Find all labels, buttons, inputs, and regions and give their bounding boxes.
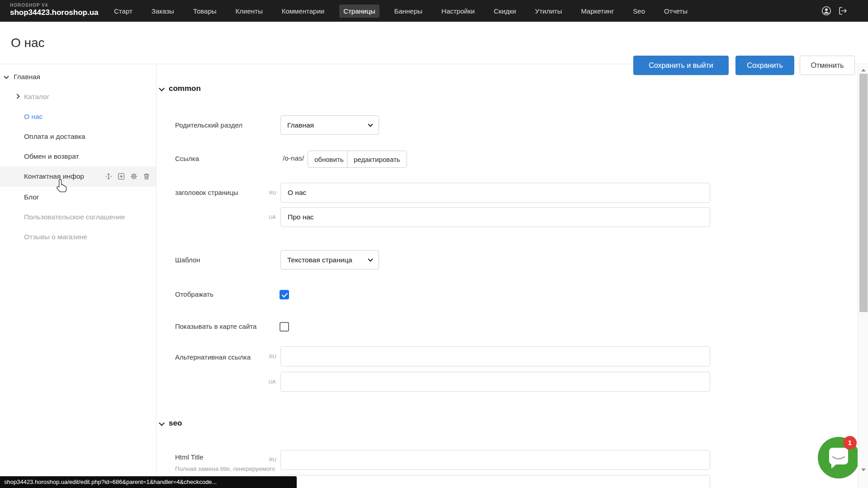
main-menu: Старт Заказы Товары Клиенты Комментарии … xyxy=(110,0,692,22)
parent-section-value: Главная xyxy=(287,121,314,129)
chevron-down-icon[interactable] xyxy=(159,85,165,91)
scroll-down-arrow-icon[interactable] xyxy=(861,469,866,471)
brand-version-label: HOROSHOP V4 xyxy=(10,3,99,8)
alt-link-label: Альтернативная ссылка xyxy=(175,352,251,362)
tree-item-label: О нас xyxy=(24,107,43,127)
chevron-down-icon[interactable] xyxy=(159,420,165,426)
tree-item-o-nas-selected[interactable]: О нас xyxy=(0,107,156,127)
tree-item-actions xyxy=(105,173,150,180)
tree-item-oplata[interactable]: Оплата и доставка xyxy=(0,127,156,147)
menu-item-utilities[interactable]: Утилиты xyxy=(531,5,566,18)
lang-ru-badge: RU xyxy=(269,190,276,195)
menu-item-seo[interactable]: Seo xyxy=(629,5,649,18)
status-url-bar: shop34423.horoshop.ua/edit/edit.php?id=6… xyxy=(0,476,297,488)
menu-item-banners[interactable]: Баннеры xyxy=(390,5,427,18)
menu-item-comments[interactable]: Комментарии xyxy=(278,5,328,18)
settings-gear-icon[interactable] xyxy=(130,173,138,180)
save-button[interactable]: Сохранить xyxy=(735,56,794,75)
lang-ru-badge: RU xyxy=(269,457,276,462)
display-label: Отображать xyxy=(175,289,213,299)
logout-icon[interactable] xyxy=(837,5,848,16)
lang-ua-badge: UA xyxy=(269,379,275,384)
hand-cursor-icon xyxy=(55,178,69,195)
menu-item-start[interactable]: Старт xyxy=(110,5,137,18)
html-title-ua-input[interactable] xyxy=(280,475,710,488)
menu-item-products[interactable]: Товары xyxy=(189,5,221,18)
tree-item-katalog[interactable]: Каталог xyxy=(0,87,156,107)
scroll-up-arrow-icon[interactable] xyxy=(861,69,866,71)
link-edit-button[interactable]: редактировать xyxy=(347,151,407,168)
brand-logo[interactable]: HOROSHOP V4 shop34423.horoshop.ua xyxy=(10,3,99,17)
template-value: Текстовая страница xyxy=(287,256,352,264)
tree-item-obmen[interactable]: Обмен и возврат xyxy=(0,147,156,166)
tree-item-blog[interactable]: Блог xyxy=(0,187,156,207)
menu-item-marketing[interactable]: Маркетинг xyxy=(577,5,618,18)
template-label: Шаблон xyxy=(175,255,200,265)
html-title-ru-input[interactable] xyxy=(280,450,710,470)
html-title-label: Html Title xyxy=(175,452,204,462)
parent-section-select[interactable]: Главная xyxy=(280,115,379,135)
page-header: О нас Сохранить и выйти Сохранить Отмени… xyxy=(0,22,868,64)
topbar-icons xyxy=(821,5,848,16)
tree-item-label: Оплата и доставка xyxy=(24,127,85,147)
cancel-button[interactable]: Отменить xyxy=(800,56,855,75)
chat-notification-badge: 1 xyxy=(843,436,857,450)
account-icon[interactable] xyxy=(821,5,832,16)
tree-item-label: Обмен и возврат xyxy=(24,147,79,166)
chevron-right-icon[interactable] xyxy=(14,94,19,99)
tree-item-label: Контактная инфор xyxy=(24,166,84,186)
delete-trash-icon[interactable] xyxy=(143,173,150,180)
menu-item-reports[interactable]: Отчеты xyxy=(660,5,692,18)
alt-link-ru-input[interactable] xyxy=(280,346,710,366)
menu-item-discounts[interactable]: Скидки xyxy=(489,5,520,18)
tree-item-label: Блог xyxy=(24,187,39,207)
lang-ua-badge: UA xyxy=(269,214,275,220)
tree-item-label: Главная xyxy=(14,67,40,87)
chevron-down-icon[interactable] xyxy=(4,74,9,79)
brand-domain-label: shop34423.horoshop.ua xyxy=(10,8,99,17)
tree-item-label: Пользовательское соглашение xyxy=(24,207,125,227)
sitemap-checkbox-unchecked[interactable] xyxy=(280,322,289,332)
menu-item-settings[interactable]: Настройки xyxy=(437,5,479,18)
page-title: О нас xyxy=(11,36,45,50)
link-refresh-button[interactable]: обновить xyxy=(308,151,351,168)
parent-section-label: Родительский раздел xyxy=(175,120,242,130)
tree-item-kontaktnaya-hovered[interactable]: Контактная инфор xyxy=(0,166,156,187)
section-seo-title[interactable]: seo xyxy=(169,419,182,428)
chevron-down-icon xyxy=(368,122,373,127)
page-title-field-label: заголовок страницы xyxy=(175,188,238,198)
menu-item-orders[interactable]: Заказы xyxy=(147,5,178,18)
lang-ru-badge: RU xyxy=(269,354,276,359)
section-common-title[interactable]: common xyxy=(169,84,201,93)
tree-item-label: Отзывы о магазине xyxy=(24,227,87,247)
menu-item-pages[interactable]: Страницы xyxy=(339,5,379,18)
menu-item-clients[interactable]: Клиенты xyxy=(232,5,267,18)
tree-item-label: Каталог xyxy=(24,87,49,107)
alt-link-ua-input[interactable] xyxy=(280,372,710,392)
chevron-down-icon xyxy=(368,256,373,261)
sitemap-label: Показывать в карте сайта xyxy=(175,322,256,332)
move-icon[interactable] xyxy=(105,173,112,180)
tree-item-glavnaya[interactable]: Главная xyxy=(0,67,156,87)
scrollbar-thumb[interactable] xyxy=(859,74,868,312)
topbar: HOROSHOP V4 shop34423.horoshop.ua Старт … xyxy=(0,0,868,22)
horoshop-admin-screen: HOROSHOP V4 shop34423.horoshop.ua Старт … xyxy=(0,0,868,488)
page-title-ua-input[interactable] xyxy=(280,207,710,227)
template-select[interactable]: Текстовая страница xyxy=(280,250,379,270)
display-checkbox-checked[interactable] xyxy=(280,290,289,299)
link-path-value: /o-nas/ xyxy=(283,154,304,162)
page-title-ru-input[interactable] xyxy=(280,183,710,203)
vertical-scrollbar[interactable] xyxy=(858,66,868,488)
save-and-exit-button[interactable]: Сохранить и выйти xyxy=(633,56,729,75)
html-title-hint: Полная замена title, генерируемого xyxy=(175,465,275,472)
link-label: Ссылка xyxy=(175,154,199,164)
tree-item-polzovatelskoe[interactable]: Пользовательское соглашение xyxy=(0,207,156,227)
tree-item-otzyvy[interactable]: Отзывы о магазине xyxy=(0,227,156,247)
pages-tree-sidebar: Главная Каталог О нас Оплата и доставка … xyxy=(0,64,157,488)
add-page-icon[interactable] xyxy=(118,173,125,180)
